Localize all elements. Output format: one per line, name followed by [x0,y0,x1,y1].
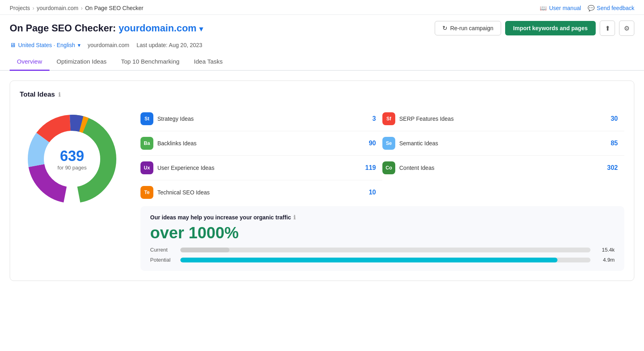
user-manual-button[interactable]: 📖 User manual [540,5,581,11]
breadcrumb: Projects › yourdomain.com › On Page SEO … [10,5,143,11]
domain-link[interactable]: yourdomain.com [119,23,196,33]
semantic-count: 85 [611,140,618,147]
ux-label: User Experience Ideas [157,165,361,171]
user-manual-label: User manual [549,5,581,11]
serp-label: SERP Features Ideas [399,116,607,122]
traffic-title: Our ideas may help you increase your org… [150,214,615,221]
card-title-text: Total Ideas [20,91,55,99]
strategy-count: 3 [372,115,376,122]
overview-body: 639 for 90 pages St Strategy Ideas 3 [20,107,624,271]
locale-chevron: ▾ [78,42,80,48]
tab-overview[interactable]: Overview [10,53,50,71]
import-keywords-button[interactable]: Import keywords and pages [505,21,596,35]
top-bar: Projects › yourdomain.com › On Page SEO … [0,0,644,15]
idea-row-backlinks[interactable]: Ba Backlinks Ideas 90 [140,131,382,156]
tab-optimization-ideas[interactable]: Optimization Ideas [50,53,114,71]
idea-row-ux[interactable]: Ux User Experience Ideas 119 [140,156,382,180]
breadcrumb-current: On Page SEO Checker [85,5,143,11]
content-count: 302 [607,164,618,171]
traffic-title-text: Our ideas may help you increase your org… [150,214,291,221]
technical-label: Technical SEO Ideas [157,189,365,196]
content-label: Content Ideas [399,165,603,171]
current-value: 15.4k [594,247,615,253]
page-wrapper: Projects › yourdomain.com › On Page SEO … [0,0,644,351]
locale-label: United States · English [18,42,75,48]
donut-chart: 639 for 90 pages [20,107,124,211]
ux-badge: Ux [140,161,153,174]
semantic-label: Semantic Ideas [399,140,607,147]
backlinks-count: 90 [369,140,376,147]
technical-badge: Te [140,186,153,199]
page-title: On Page SEO Checker: yourdomain.com ▾ [10,23,203,34]
donut-center: 639 for 90 pages [58,148,87,171]
breadcrumb-sep-1: › [33,5,35,11]
book-icon: 📖 [540,5,547,11]
gear-icon: ⚙ [624,25,630,32]
page-title-prefix: On Page SEO Checker: [10,23,119,33]
serp-count: 30 [611,115,618,122]
strategy-label: Strategy Ideas [157,116,368,122]
current-label: Current [150,247,176,253]
export-icon-button[interactable]: ⬆ [600,21,615,36]
monitor-icon: 🖥 [10,41,16,48]
idea-row-technical[interactable]: Te Technical SEO Ideas 10 [140,180,382,204]
idea-row-strategy[interactable]: St Strategy Ideas 3 [140,107,382,131]
traffic-bars: Current 15.4k Potential [150,247,615,263]
current-bar-track [180,248,590,252]
technical-count: 10 [369,189,376,196]
total-ideas-card: Total Ideas ℹ [10,81,634,281]
idea-row-content[interactable]: Co Content Ideas 302 [382,156,624,180]
current-bar-fill [180,248,229,252]
idea-row-semantic[interactable]: Se Semantic Ideas 85 [382,131,624,156]
meta-last-update: Last update: Aug 20, 2023 [136,42,202,48]
tab-benchmarking[interactable]: Top 10 Benchmarking [114,53,187,71]
donut-number: 639 [58,148,87,165]
traffic-info-icon[interactable]: ℹ [293,214,295,221]
meta-domain: yourdomain.com [88,42,130,48]
breadcrumb-projects[interactable]: Projects [10,5,30,11]
settings-icon-button[interactable]: ⚙ [619,21,634,36]
rerun-campaign-button[interactable]: ↻ Re-run campaign [435,21,501,35]
breadcrumb-sep-2: › [81,5,83,11]
main-content: Total Ideas ℹ [0,71,644,291]
rerun-icon: ↻ [442,25,448,32]
semantic-badge: Se [382,137,395,150]
ideas-panel: St Strategy Ideas 3 Ba Backlinks Ideas 9… [140,107,624,271]
potential-bar-row: Potential 4.9m [150,257,615,263]
send-feedback-button[interactable]: 💬 Send feedback [588,5,634,11]
ideas-left-col: St Strategy Ideas 3 Ba Backlinks Ideas 9… [140,107,382,204]
total-ideas-info-icon[interactable]: ℹ [58,91,60,98]
ux-count: 119 [365,164,376,171]
locale-button[interactable]: 🖥 United States · English ▾ [10,41,80,48]
idea-row-serp[interactable]: Sf SERP Features Ideas 30 [382,107,624,131]
ideas-grid: St Strategy Ideas 3 Ba Backlinks Ideas 9… [140,107,624,204]
traffic-box: Our ideas may help you increase your org… [140,206,624,271]
feedback-icon: 💬 [588,5,594,11]
potential-label: Potential [150,257,176,263]
strategy-badge: St [140,112,153,125]
top-actions: 📖 User manual 💬 Send feedback [540,5,634,11]
upload-icon: ⬆ [605,25,610,32]
potential-bar-fill [180,258,557,262]
meta-row: 🖥 United States · English ▾ yourdomain.c… [0,40,644,53]
tabs-bar: Overview Optimization Ideas Top 10 Bench… [0,53,644,71]
ideas-right-col: Sf SERP Features Ideas 30 Se Semantic Id… [382,107,624,204]
send-feedback-label: Send feedback [597,5,634,11]
current-bar-row: Current 15.4k [150,247,615,253]
tab-idea-tasks[interactable]: Idea Tasks [187,53,230,71]
backlinks-badge: Ba [140,137,153,150]
serp-badge: Sf [382,112,395,125]
content-badge: Co [382,161,395,174]
potential-bar-track [180,258,590,262]
import-label: Import keywords and pages [513,25,588,31]
breadcrumb-domain[interactable]: yourdomain.com [37,5,78,11]
title-row: On Page SEO Checker: yourdomain.com ▾ ↻ … [0,15,644,40]
card-title: Total Ideas ℹ [20,91,624,99]
title-actions: ↻ Re-run campaign Import keywords and pa… [435,21,634,36]
traffic-percentage: over 1000% [150,224,615,242]
backlinks-label: Backlinks Ideas [157,140,365,147]
potential-value: 4.9m [594,257,615,263]
domain-caret[interactable]: ▾ [199,25,203,33]
rerun-label: Re-run campaign [450,25,493,31]
donut-subtitle: for 90 pages [58,165,87,171]
